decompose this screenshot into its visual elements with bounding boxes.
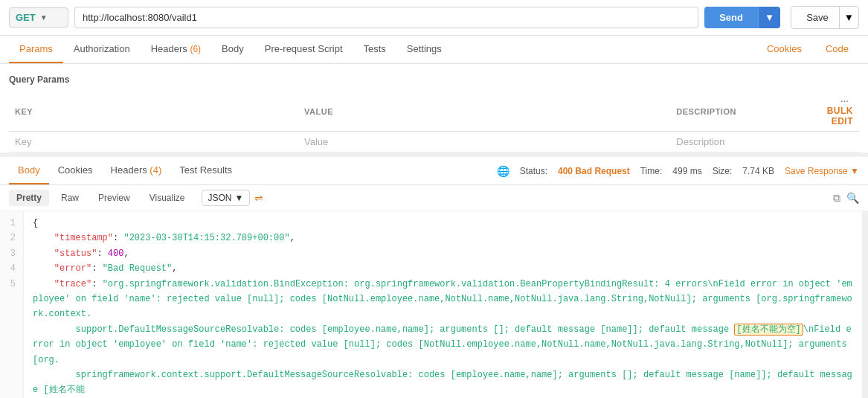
status-value: 400 Bad Request [558,166,630,176]
json-key: "error" [54,263,91,274]
col-value-header: VALUE [298,92,670,132]
tab-settings[interactable]: Settings [396,36,452,63]
globe-icon: 🌐 [497,165,509,177]
highlight-1: [姓名不能为空] [734,324,803,336]
response-toolbar: Pretty Raw Preview Visualize JSON ▼ ⇌ ⧉ … [0,185,868,211]
line-num [7,367,16,382]
json-key: "trace" [54,279,91,289]
status-label: Status: [520,166,547,176]
tab-tests[interactable]: Tests [353,36,396,63]
search-icon[interactable]: 🔍 [846,192,859,205]
code-line-5c: springframework.context.support.DefaultM… [33,367,853,398]
url-input[interactable] [74,7,698,28]
send-btn-group: Send ▼ [704,7,780,28]
tab-body[interactable]: Body [211,36,254,63]
format-tab-preview[interactable]: Preview [91,190,138,206]
bulk-edit-link[interactable]: Bulk Edit [827,106,853,126]
format-type-chevron-icon: ▼ [235,193,244,203]
bottom-tabs-row: Body Cookies Headers (4) Test Results 🌐 … [0,157,868,185]
time-label: Time: [640,166,663,176]
format-type-value: JSON [208,193,232,203]
format-tab-raw[interactable]: Raw [54,190,86,206]
method-chevron-icon: ▼ [40,13,48,22]
toolbar-right: ⧉ 🔍 [833,192,859,205]
col-actions-header: ··· Bulk Edit [821,92,859,132]
bottom-tab-cookies[interactable]: Cookies [49,157,102,184]
code-line-2: "timestamp": "2023-03-30T14:15:32.789+00… [33,231,853,245]
save-button[interactable]: Save [796,7,840,28]
col-desc-header: DESCRIPTION [670,92,820,132]
desc-cell[interactable]: Description [670,132,820,153]
bottom-tab-body[interactable]: Body [9,157,49,184]
save-response-link[interactable]: Save Response ▼ [785,166,859,176]
json-key: "status" [54,248,97,259]
code-line-1: { [33,216,853,231]
line-num [7,306,16,321]
status-row: 🌐 Status: 400 Bad Request Time: 499 ms S… [497,165,859,177]
json-value: "Bad Request" [103,263,173,274]
bottom-headers-badge: (4) [150,164,161,176]
json-key: "timestamp" [54,233,113,243]
line-num: 5 [7,277,16,292]
format-type-dropdown[interactable]: JSON ▼ [202,190,251,206]
more-options-icon[interactable]: ··· [840,97,849,106]
json-value: "2023-03-30T14:15:32.789+00:00" [123,233,289,243]
line-num: 2 [7,231,16,245]
bottom-tab-test-results[interactable]: Test Results [170,157,241,184]
method-dropdown[interactable]: GET ▼ [9,7,68,28]
bottom-tab-headers[interactable]: Headers (4) [102,157,171,184]
col-key-header: KEY [9,92,298,132]
top-tabs-right: Cookies Code [756,36,859,63]
top-tabs-row: Params Authorization Headers (6) Body Pr… [0,36,868,64]
json-value-cont: springframework.context.support.DefaultM… [33,370,852,395]
send-button[interactable]: Send [704,7,758,28]
json-value-cont: support.DefaultMessageSourceResolvable: … [33,324,852,365]
line-num: 4 [7,261,16,276]
code-line-5b: support.DefaultMessageSourceResolvable: … [33,322,853,367]
line-num [7,353,16,367]
tab-headers[interactable]: Headers (6) [141,36,211,63]
top-bar: GET ▼ Send ▼ Save ▼ [0,0,868,36]
query-params-section: Query Params KEY VALUE DESCRIPTION ··· B… [0,64,868,153]
line-num [7,322,16,337]
code-line-5: "trace": "org.springframework.validation… [33,277,853,322]
tab-code[interactable]: Code [815,36,859,63]
size-value: 7.74 KB [742,166,774,176]
value-cell[interactable]: Value [298,132,670,153]
code-line-4: "error": "Bad Request", [33,261,853,276]
time-value: 499 ms [672,166,701,176]
query-params-label: Query Params [9,70,859,89]
key-cell[interactable]: Key [9,132,298,153]
line-num: 3 [7,246,16,261]
table-row: Key Value Description [9,132,859,153]
size-label: Size: [713,166,733,176]
tab-params[interactable]: Params [9,36,63,63]
line-numbers: 1 2 3 4 5 [0,211,24,398]
line-num [7,337,16,352]
scrollbar-track[interactable] [862,211,868,398]
method-value: GET [16,12,36,23]
format-tab-pretty[interactable]: Pretty [9,190,49,206]
json-value: "org.springframework.validation.BindExce… [33,279,852,320]
send-dropdown-button[interactable]: ▼ [758,7,780,28]
code-line-3: "status": 400, [33,246,853,261]
line-num: 1 [7,216,16,231]
line-num [7,292,16,306]
tab-pre-request-script[interactable]: Pre-request Script [254,36,353,63]
save-dropdown-button[interactable]: ▼ [840,7,858,28]
code-area: 1 2 3 4 5 { "timestamp": "2023-03-30T14:… [0,211,868,398]
format-tab-visualize[interactable]: Visualize [142,190,193,206]
tab-authorization[interactable]: Authorization [63,36,141,63]
save-response-label: Save Response [785,166,848,176]
headers-badge: (6) [190,44,201,54]
filter-icon[interactable]: ⇌ [254,192,263,204]
tab-cookies[interactable]: Cookies [756,36,812,63]
copy-icon[interactable]: ⧉ [833,192,840,205]
code-content: { "timestamp": "2023-03-30T14:15:32.789+… [24,211,862,398]
actions-cell [821,132,859,153]
json-value: 400 [108,248,124,259]
params-table: KEY VALUE DESCRIPTION ··· Bulk Edit Key … [9,92,859,153]
save-response-chevron-icon: ▼ [850,166,859,176]
